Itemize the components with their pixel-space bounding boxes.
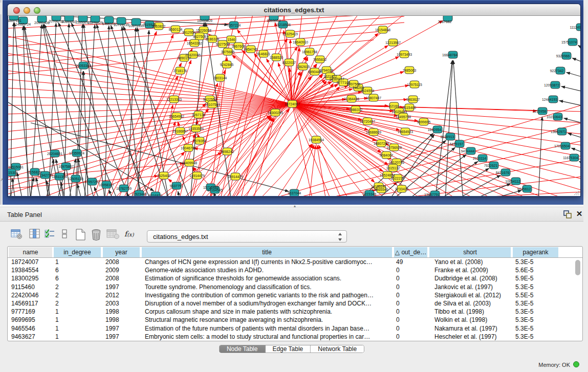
citation-edge-black[interactable] bbox=[84, 25, 95, 196]
node-label: 12444193 bbox=[542, 98, 557, 101]
cell: 2 bbox=[55, 291, 101, 299]
citation-edge-red[interactable] bbox=[292, 104, 580, 179]
cell: Franke et al. (2009) bbox=[434, 266, 511, 274]
cell: 2008 bbox=[105, 258, 140, 266]
cell: 0 bbox=[396, 266, 427, 274]
node-label: 3912954 bbox=[182, 31, 196, 34]
cell: 14569117 bbox=[11, 299, 52, 308]
citation-edge-black[interactable] bbox=[178, 191, 180, 196]
cell: 1997 bbox=[105, 283, 140, 291]
vertical-scrollbar[interactable] bbox=[575, 259, 581, 341]
citation-edge-black[interactable] bbox=[561, 86, 580, 92]
table-tabs-segmented-control: Node TableEdge TableNetwork Table bbox=[219, 345, 364, 353]
node-label: 3875685 bbox=[221, 50, 235, 54]
node-label: 9327508 bbox=[216, 42, 230, 46]
citation-edge-black[interactable] bbox=[559, 101, 580, 106]
cell: 0 bbox=[396, 299, 427, 308]
table-selector-combobox[interactable]: citations_edges.txt bbox=[147, 230, 347, 243]
citation-edge-black[interactable] bbox=[578, 45, 580, 49]
float-window-icon[interactable] bbox=[563, 210, 572, 218]
cell: Wolkin et al. (1998) bbox=[434, 316, 511, 324]
cell: Embryonic stem cells: a model to study s… bbox=[145, 333, 392, 341]
cell: 2009 bbox=[105, 266, 140, 274]
node-label: 9227342 bbox=[550, 69, 564, 73]
citation-edge-red[interactable] bbox=[292, 104, 393, 175]
cytoscape-app: citations_edges.txt 18637191140557242099… bbox=[0, 0, 588, 372]
cell: 1 bbox=[55, 316, 101, 324]
citation-edge-black[interactable] bbox=[471, 183, 511, 196]
citation-edge-black[interactable] bbox=[579, 161, 580, 164]
citation-edge-red[interactable] bbox=[243, 50, 293, 104]
row-height-icon[interactable] bbox=[61, 229, 69, 240]
cell: 9699695 bbox=[11, 316, 52, 324]
column-header-title[interactable]: title bbox=[142, 247, 393, 257]
node-label: 9223348 bbox=[363, 192, 377, 196]
cell: 5.9E-5 bbox=[515, 274, 558, 282]
column-header-out_degree[interactable]: △ out_de… bbox=[394, 247, 428, 257]
column-header-in_degree[interactable]: in_degree bbox=[54, 247, 102, 257]
tab-node-table[interactable]: Node Table bbox=[220, 345, 266, 353]
select-all-check-icon[interactable] bbox=[44, 229, 55, 240]
node-label: 16033809 bbox=[197, 19, 212, 23]
cell: 0 bbox=[396, 283, 427, 291]
node-label: 16120746 bbox=[389, 161, 404, 164]
cell: Changes of HCN gene expression and I(f) … bbox=[145, 258, 392, 266]
close-panel-icon[interactable]: ✕ bbox=[575, 210, 583, 218]
citation-edge-black[interactable] bbox=[538, 117, 542, 196]
cell: 1998 bbox=[105, 316, 140, 324]
node-label: 18807249 bbox=[374, 142, 389, 145]
column-header-short[interactable]: short bbox=[429, 247, 512, 257]
citation-edge-red[interactable] bbox=[253, 118, 274, 196]
resize-grip-icon[interactable] bbox=[573, 190, 580, 195]
citation-edge-black[interactable] bbox=[36, 178, 41, 196]
cell: 2003 bbox=[105, 299, 140, 308]
citation-edge-black[interactable] bbox=[137, 30, 149, 196]
citation-edge-black[interactable] bbox=[567, 72, 581, 77]
citation-edge-black[interactable] bbox=[568, 134, 581, 139]
cell: 0 bbox=[396, 316, 427, 324]
delete-trash-icon[interactable] bbox=[91, 229, 103, 241]
node-label: 2933114 bbox=[473, 157, 486, 160]
node-label: 12923448 bbox=[132, 192, 147, 196]
column-header-name[interactable]: name bbox=[9, 247, 53, 257]
node-label: 10046786 bbox=[181, 146, 196, 150]
node-label: 19353594 bbox=[188, 127, 204, 130]
table-columns-icon[interactable] bbox=[29, 229, 40, 240]
citation-edge-black[interactable] bbox=[445, 60, 452, 196]
network-canvas[interactable]: 1863719114055724209914062070676810653267… bbox=[8, 16, 580, 196]
node-label: 14055724 bbox=[15, 23, 31, 26]
citation-network-graph[interactable]: 1863719114055724209914062070676810653267… bbox=[8, 16, 580, 196]
citation-edge-red[interactable] bbox=[154, 105, 173, 196]
citation-edge-black[interactable] bbox=[572, 58, 580, 62]
cell: 9465546 bbox=[11, 324, 52, 333]
citation-edge-black[interactable] bbox=[109, 190, 114, 196]
network-view-window[interactable]: citations_edges.txt 18637191140557242099… bbox=[8, 4, 580, 196]
citation-edge-black[interactable] bbox=[571, 148, 580, 152]
cell: 1998 bbox=[105, 308, 140, 316]
table-mode-tabs: Node TableEdge TableNetwork Table bbox=[0, 345, 583, 353]
table-settings-icon[interactable] bbox=[11, 229, 23, 240]
citation-edge-red[interactable] bbox=[190, 38, 287, 196]
tab-network-table[interactable]: Network Table bbox=[311, 345, 364, 353]
window-titlebar[interactable]: citations_edges.txt bbox=[8, 4, 580, 16]
citation-edge-black[interactable] bbox=[127, 28, 136, 196]
network-desktop: citations_edges.txt 18637191140557242099… bbox=[3, 0, 583, 205]
citation-edge-black[interactable] bbox=[137, 28, 169, 196]
column-header-pagerank[interactable]: pagerank bbox=[513, 247, 559, 257]
citation-edge-black[interactable] bbox=[31, 123, 289, 191]
function-builder-icon[interactable]: f(x) bbox=[124, 230, 134, 238]
tab-edge-table[interactable]: Edge Table bbox=[265, 345, 311, 353]
cell: 1 bbox=[55, 324, 101, 333]
cell: 22420046 bbox=[11, 291, 52, 299]
cell: 0 bbox=[396, 324, 427, 333]
cell: Hescheler et al. (1997) bbox=[434, 333, 511, 341]
column-header-year[interactable]: year bbox=[103, 247, 141, 257]
citation-edge-black[interactable] bbox=[77, 184, 82, 196]
citation-edge-red[interactable] bbox=[292, 104, 348, 196]
scrollbar-thumb[interactable] bbox=[575, 260, 580, 275]
node-label: 16648784 bbox=[442, 53, 458, 57]
node-label: 2867608 bbox=[232, 45, 246, 48]
new-file-icon[interactable] bbox=[75, 229, 86, 241]
node-label: 6794028 bbox=[320, 69, 334, 72]
node-label: 6479197 bbox=[450, 142, 464, 146]
